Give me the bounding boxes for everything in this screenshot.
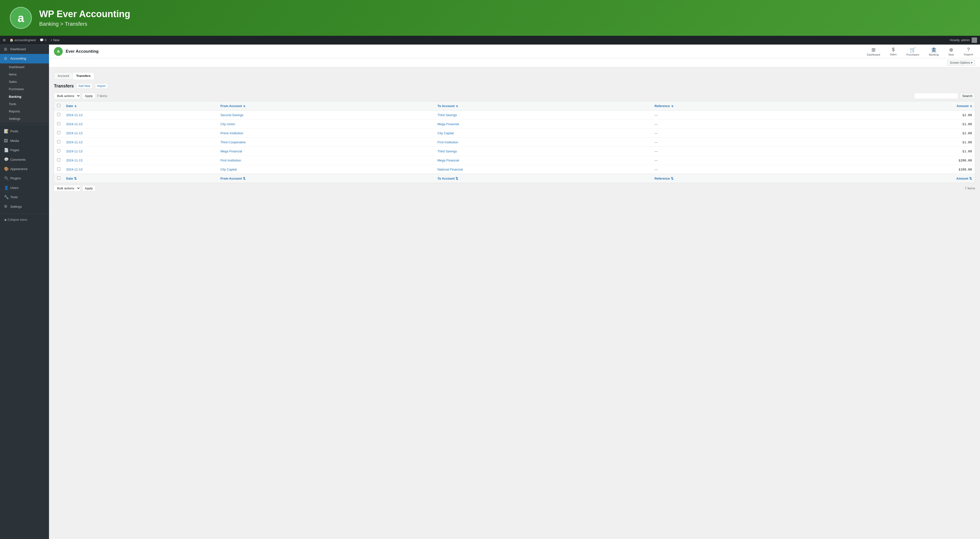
row-checkbox-cell[interactable] (54, 156, 64, 165)
row-checkbox-cell[interactable] (54, 147, 64, 156)
row-to-account-link-5[interactable]: Mega Financial (438, 159, 459, 162)
sidebar-sub-tools[interactable]: Tools (0, 100, 49, 108)
wp-logo-bar-item[interactable]: ⊞ (3, 38, 6, 42)
sidebar-item-users[interactable]: 👤 Users (0, 183, 49, 192)
nav-action-dashboard[interactable]: ⊞ Dashboard (865, 46, 882, 57)
sidebar-item-comments[interactable]: 💬 Comments (0, 155, 49, 164)
site-name-bar-item[interactable]: 🏠 accountingnext (10, 38, 36, 42)
row-checkbox-4[interactable] (57, 149, 60, 153)
row-date-link-5[interactable]: 2024-11-13 (66, 159, 83, 162)
apply-button[interactable]: Apply (82, 93, 95, 99)
table-row: 2024-11-13 Mega Financial Third Savings … (54, 147, 975, 156)
row-date-link-6[interactable]: 2024-11-13 (66, 168, 83, 171)
row-date-link-2[interactable]: 2024-11-13 (66, 131, 83, 135)
row-from-account-link-3[interactable]: Third Cooperative (221, 140, 246, 144)
howdy-bar-item[interactable]: Howdy, admin (950, 38, 977, 43)
row-date-link-0[interactable]: 2024-11-13 (66, 113, 83, 117)
sidebar-item-appearance[interactable]: 🎨 Appearance (0, 164, 49, 174)
footer-col-to-account[interactable]: To Account ⇅ (434, 174, 651, 183)
footer-col-reference[interactable]: Reference ⇅ (651, 174, 824, 183)
import-button[interactable]: Import (95, 83, 108, 89)
row-to-account-link-0[interactable]: Third Savings (438, 113, 457, 117)
footer-select-all-checkbox[interactable] (57, 176, 60, 180)
bottom-bulk-actions-select[interactable]: Bulk actions (54, 185, 81, 192)
nav-banking-icon: 🏦 (931, 47, 937, 52)
select-all-checkbox[interactable] (57, 104, 60, 107)
row-checkbox-5[interactable] (57, 158, 60, 161)
sidebar-item-pages[interactable]: 📄 Pages (0, 146, 49, 155)
nav-action-banking[interactable]: 🏦 Banking (927, 46, 941, 57)
row-checkbox-cell[interactable] (54, 110, 64, 119)
sidebar-sub-sales[interactable]: Sales (0, 78, 49, 86)
sidebar-item-accounting[interactable]: ⊙ Accounting (0, 54, 49, 63)
col-header-reference[interactable]: Reference ⇅ (651, 102, 824, 110)
row-checkbox-cell[interactable] (54, 165, 64, 174)
col-header-date[interactable]: Date ⇅ (63, 102, 218, 110)
sidebar-sub-settings[interactable]: Settings (0, 115, 49, 122)
row-checkbox-cell[interactable] (54, 119, 64, 129)
row-to-account-link-4[interactable]: Third Savings (438, 149, 457, 153)
sidebar-item-plugins[interactable]: 🔌 Plugins (0, 174, 49, 183)
sidebar-sub-items[interactable]: Items (0, 71, 49, 78)
row-from-account-link-5[interactable]: First Institution (221, 159, 241, 162)
col-header-amount[interactable]: Amount ⇅ (825, 102, 975, 110)
app-title: WP Ever Accounting (39, 9, 130, 20)
search-button[interactable]: Search (960, 93, 975, 99)
collapse-menu-item[interactable]: ◀ Collapse menu (0, 216, 49, 224)
row-checkbox-3[interactable] (57, 140, 60, 143)
footer-select-all[interactable] (54, 174, 64, 183)
footer-col-from-account[interactable]: From Account ⇅ (218, 174, 434, 183)
row-checkbox-cell[interactable] (54, 129, 64, 138)
row-to-account-link-6[interactable]: National Financial (438, 168, 463, 171)
sidebar-item-wp-settings[interactable]: ⚙ Settings (0, 202, 49, 211)
transfers-table: Date ⇅ From Account ⇅ To Account ⇅ Ref (54, 101, 975, 183)
row-from-account-link-4[interactable]: Mega Financial (221, 149, 242, 153)
footer-col-date[interactable]: Date ⇅ (63, 174, 218, 183)
row-date-link-4[interactable]: 2024-11-13 (66, 149, 83, 153)
sidebar-item-tools[interactable]: 🔧 Tools (0, 192, 49, 202)
sidebar-item-media[interactable]: 🖼 Media (0, 136, 49, 146)
nav-action-support[interactable]: ? Support (962, 46, 975, 57)
tab-account[interactable]: Account (54, 72, 73, 79)
row-checkbox-0[interactable] (57, 113, 60, 116)
row-reference-1: — (651, 119, 824, 129)
table-row: 2024-11-13 City Capital National Financi… (54, 165, 975, 174)
select-all-header[interactable] (54, 102, 64, 110)
row-checkbox-6[interactable] (57, 167, 60, 170)
row-date-link-3[interactable]: 2024-11-13 (66, 140, 83, 144)
row-date-link-1[interactable]: 2024-11-13 (66, 122, 83, 126)
row-from-account-link-0[interactable]: Second Savings (221, 113, 243, 117)
sidebar-item-dashboard[interactable]: ⊞ Dashboard (0, 45, 49, 54)
sidebar-item-posts[interactable]: 📝 Posts (0, 127, 49, 136)
bulk-actions-select[interactable]: Bulk actions (54, 92, 81, 99)
row-from-account-link-1[interactable]: City Union (221, 122, 235, 126)
sidebar-sub-dashboard[interactable]: Dashboard (0, 64, 49, 71)
search-input[interactable] (914, 93, 958, 99)
sidebar-sub-reports[interactable]: Reports (0, 108, 49, 115)
add-new-button[interactable]: Add New (76, 83, 92, 89)
nav-support-icon: ? (967, 47, 970, 52)
sidebar-sub-purchases[interactable]: Purchases (0, 86, 49, 93)
to-account-sort-icon: ⇅ (456, 105, 458, 108)
row-checkbox-2[interactable] (57, 131, 60, 134)
row-to-account-link-3[interactable]: First Institution (438, 140, 458, 144)
new-bar-item[interactable]: + New (51, 38, 59, 42)
row-from-account-link-6[interactable]: City Capital (221, 168, 237, 171)
row-checkbox-cell[interactable] (54, 138, 64, 147)
nav-action-purchases[interactable]: 🛒 Purchases (905, 46, 921, 57)
col-header-to-account[interactable]: To Account ⇅ (434, 102, 651, 110)
bottom-apply-button[interactable]: Apply (82, 185, 95, 191)
nav-action-new[interactable]: ⊕ New (947, 46, 956, 57)
row-from-account-0: Second Savings (218, 110, 434, 119)
col-header-from-account[interactable]: From Account ⇅ (218, 102, 434, 110)
sidebar-sub-banking[interactable]: Banking (0, 93, 49, 100)
row-checkbox-1[interactable] (57, 122, 60, 125)
row-from-account-link-2[interactable]: Prime Institution (221, 131, 243, 135)
screen-options-button[interactable]: Screen Options ▾ (947, 60, 975, 66)
comments-bar-item[interactable]: 💬 0 (40, 38, 46, 42)
row-to-account-link-2[interactable]: City Capital (438, 131, 453, 135)
row-to-account-link-1[interactable]: Mega Financial (438, 122, 459, 126)
footer-col-amount[interactable]: Amount ⇅ (825, 174, 975, 183)
nav-action-sales[interactable]: $ Sales (888, 46, 899, 57)
tab-transfers[interactable]: Transfers (73, 72, 94, 79)
